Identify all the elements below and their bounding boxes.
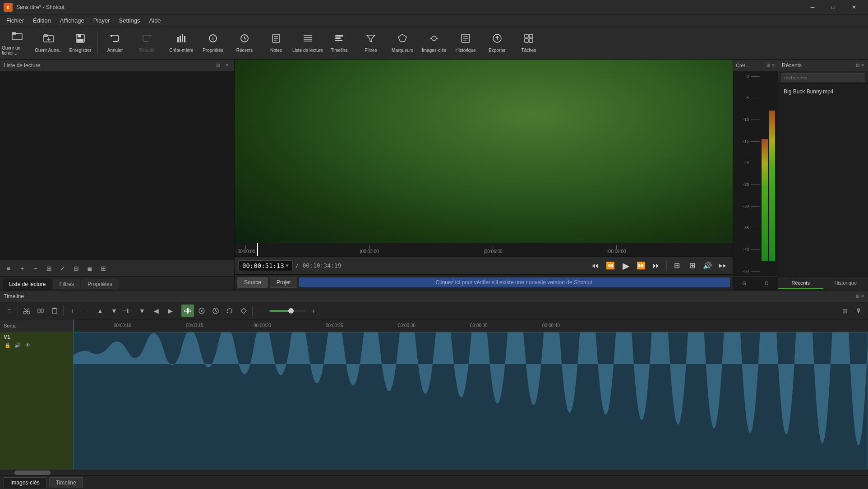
export-button[interactable]: Exporter	[482, 29, 512, 58]
playlist-close-button[interactable]: ✕	[223, 62, 231, 69]
recents-label: Récents	[236, 48, 253, 53]
playlist-check-button[interactable]: ✓	[57, 263, 69, 274]
timecode-display[interactable]: 00:00:51:13 ▼	[238, 260, 293, 271]
tl-ripple-markers-button[interactable]	[209, 304, 222, 317]
tl-ripple-button[interactable]	[34, 304, 47, 317]
menu-affichage[interactable]: Affichage	[55, 15, 89, 26]
tl-fit-button[interactable]: ⊞	[839, 304, 851, 317]
tl-lift-button[interactable]: ▲	[94, 304, 106, 317]
recents-search-input[interactable]	[781, 73, 865, 82]
tl-next-marker-button[interactable]: ▶	[164, 304, 176, 317]
volume-button[interactable]: 🔊	[701, 259, 714, 272]
tl-record-button[interactable]: 🎙	[853, 304, 865, 317]
tab-liste-de-lecture[interactable]: Liste de lecture	[3, 279, 52, 290]
crete-close-icon[interactable]: ✕	[771, 63, 775, 68]
v1-eye-icon[interactable]: 👁	[23, 341, 32, 349]
menu-edition[interactable]: Édition	[28, 15, 55, 26]
redo-button[interactable]: Rétablir	[131, 29, 162, 58]
recents-close-icon[interactable]: ✕	[861, 63, 864, 68]
playlist-add-button[interactable]: +	[16, 263, 28, 274]
fast-forward-button[interactable]: ⏩	[635, 259, 647, 272]
playlist-thumbnails-button[interactable]: ⊞	[97, 263, 109, 274]
tab-recents[interactable]: Récents	[778, 277, 823, 289]
crete-float-icon[interactable]: ⊞	[766, 63, 770, 68]
tl-prev-marker-button[interactable]: ◀	[150, 304, 162, 317]
crete-footer: G D	[733, 276, 778, 290]
playlist-menu-button[interactable]: ≡	[3, 263, 14, 274]
tab-timeline-bottom[interactable]: Timeline	[49, 477, 83, 488]
recents-float-icon[interactable]: ⊞	[856, 63, 859, 68]
filters-button[interactable]: Filtres	[356, 29, 386, 58]
notes-button[interactable]: Notes	[261, 29, 291, 58]
scrollbar-thumb[interactable]	[14, 471, 51, 475]
minimize-button[interactable]: ─	[802, 0, 823, 14]
tl-scrub-button[interactable]	[195, 304, 208, 317]
tl-ripple-delete-button[interactable]: ▼	[136, 304, 148, 317]
save-button[interactable]: Enregistrer	[65, 29, 96, 58]
timecode-dropdown[interactable]: ▼	[286, 263, 289, 268]
tl-ripple-trim-button[interactable]	[237, 304, 250, 317]
more-options-button[interactable]: ▶▶	[716, 259, 729, 272]
playlist-remove-button[interactable]: −	[30, 263, 42, 274]
tab-filtres[interactable]: Filtres	[53, 279, 80, 290]
preview-timeline-ruler[interactable]: |00:00:00 |00:03:00 |00:06:00 |00:09:00	[235, 243, 733, 256]
tl-overwrite-button[interactable]: ▼	[108, 304, 120, 317]
update-notice[interactable]: Cliquez ici pour vérifier s'il existe un…	[299, 277, 730, 287]
svg-rect-29	[335, 35, 343, 37]
rewind-button[interactable]: ⏪	[604, 259, 617, 272]
history-button[interactable]: Historique	[450, 29, 481, 58]
tl-menu-button[interactable]: ≡	[3, 304, 15, 317]
tl-add-track-button[interactable]: +	[66, 304, 78, 317]
tasks-button[interactable]: Tâches	[513, 29, 544, 58]
tl-paste-button[interactable]	[48, 304, 61, 317]
v1-clip[interactable]	[73, 332, 868, 469]
tl-split-button[interactable]: ⊣⊢	[122, 304, 134, 317]
recents-button[interactable]: Récents	[229, 29, 260, 58]
tl-remove-track-button[interactable]: −	[80, 304, 92, 317]
tab-historique[interactable]: Historique	[823, 277, 868, 289]
properties-button[interactable]: i Propriétés	[198, 29, 228, 58]
zoom-out-button[interactable]: −	[255, 304, 268, 317]
menu-player[interactable]: Player	[89, 15, 115, 26]
menu-fichier[interactable]: Fichier	[2, 15, 28, 26]
zoom-in-button[interactable]: +	[307, 304, 320, 317]
menu-aide[interactable]: Aide	[145, 15, 166, 26]
timeline-button[interactable]: Timeline	[324, 29, 355, 58]
source-button[interactable]: Source	[237, 277, 268, 288]
close-button[interactable]: ✕	[844, 0, 864, 14]
grid-button[interactable]: ⊞	[686, 259, 698, 272]
tl-cut-button[interactable]	[20, 304, 33, 317]
zoom-slider[interactable]	[269, 310, 305, 312]
tl-loop-button[interactable]	[223, 304, 236, 317]
peak-meter-button[interactable]: Crête-mètre	[166, 29, 197, 58]
timeline-close-icon[interactable]: ✕	[861, 294, 864, 299]
tab-proprietes[interactable]: Propriétés	[81, 279, 119, 290]
tab-images-cles[interactable]: Images-clés	[4, 477, 46, 488]
project-button[interactable]: Projet	[270, 277, 297, 288]
waveform-svg	[74, 332, 868, 469]
timeline-float-icon[interactable]: ⊞	[856, 294, 859, 299]
playlist-list-button[interactable]: ≣	[84, 263, 96, 274]
markers-label: Marqueurs	[392, 48, 413, 53]
open-file-button[interactable]: Ouvrir un fichier...	[2, 29, 32, 58]
markers-button[interactable]: Marqueurs	[387, 29, 418, 58]
open-other-button[interactable]: Ouvrir Autre...	[33, 29, 64, 58]
maximize-button[interactable]: □	[823, 0, 844, 14]
playlist-grid-button[interactable]: ⊟	[70, 263, 82, 274]
timeline-scrollbar[interactable]	[0, 469, 868, 475]
keyframes-button[interactable]: Images-clés	[419, 29, 449, 58]
play-button[interactable]: ▶	[619, 259, 632, 272]
goto-start-button[interactable]: ⏮	[589, 259, 601, 272]
v1-lock-icon[interactable]: 🔒	[4, 341, 12, 349]
undo-button[interactable]: Annuler	[100, 29, 130, 58]
view-mode-button[interactable]: ⊞	[670, 259, 683, 272]
menu-settings[interactable]: Settings	[115, 15, 145, 26]
playlist-float-button[interactable]: ⊞	[214, 62, 222, 69]
tl-snap-button[interactable]	[181, 304, 194, 317]
v1-audio-icon[interactable]: 🔊	[14, 341, 22, 349]
track-area[interactable]	[73, 332, 868, 469]
playlist-insert-button[interactable]: ⊞	[43, 263, 55, 274]
goto-end-button[interactable]: ⏭	[650, 259, 663, 272]
playlist-button[interactable]: Liste de lecture	[292, 29, 323, 58]
recent-item-bbb[interactable]: Big Buck Bunny.mp4	[780, 86, 866, 97]
